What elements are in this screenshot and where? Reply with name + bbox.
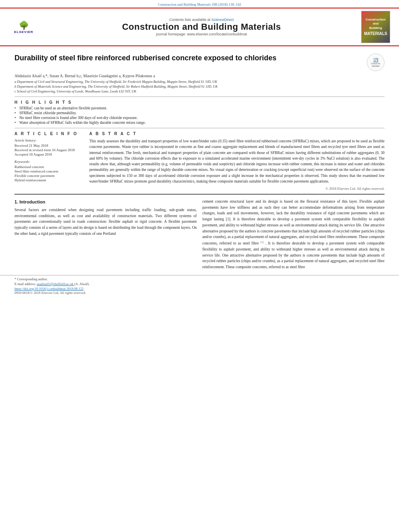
elsevier-tree-icon: 🌳: [19, 21, 29, 30]
divider-3: [14, 194, 385, 195]
doi-link[interactable]: https://doi.org/10.1016/j.conbuildmat.20…: [14, 287, 84, 291]
article-title-row: Durability of steel fibre reinforced rub…: [14, 53, 385, 71]
highlight-2: SFRRuC resist chloride permeability.: [14, 111, 385, 115]
divider-1: [14, 97, 385, 97]
journal-title: Construction and Building Materials: [42, 22, 361, 32]
article-section: Durability of steel fibre reinforced rub…: [0, 46, 399, 195]
intro-left-para: Several factors are considered when desi…: [14, 207, 197, 237]
elsevier-brand-logo: ELSEVIER: [14, 30, 33, 34]
article-history-label: Article history:: [14, 138, 83, 142]
journal-homepage: journal homepage: www.elsevier.com/locat…: [42, 32, 361, 36]
journal-center: Contents lists available at ScienceDirec…: [42, 18, 361, 36]
divider-2: [14, 128, 385, 128]
affiliation-a: a Department of Civil and Structural Eng…: [14, 80, 385, 84]
journal-logo-right: Construction and Building MATERIALS: [361, 11, 393, 43]
keywords-label: Keywords:: [14, 160, 83, 164]
article-info-title: A R T I C L E I N F O: [14, 131, 83, 136]
email-line: E-mail address: asaalsaif1@sheffield.ac.…: [14, 282, 385, 286]
body-col-right: cement concrete structural layer and its…: [202, 199, 385, 273]
body-section: 1. Introduction Several factors are cons…: [0, 199, 399, 273]
science-direct-link[interactable]: ScienceDirect: [212, 18, 234, 22]
history-item-3: Accepted 18 August 2018: [14, 152, 83, 156]
abstract-col: A B S T R A C T This study assesses the …: [89, 131, 385, 191]
history-item-1: Received 21 May 2018: [14, 144, 83, 148]
keyword-1: Rubberised concrete: [14, 165, 83, 169]
affiliation-b: b Department of Materials Science and En…: [14, 84, 385, 88]
abstract-title: A B S T R A C T: [89, 131, 385, 136]
article-title: Durability of steel fibre reinforced rub…: [14, 53, 362, 63]
intro-heading: 1. Introduction: [14, 199, 197, 205]
doi-line: https://doi.org/10.1016/j.conbuildmat.20…: [14, 287, 385, 291]
science-direct-line: Contents lists available at ScienceDirec…: [42, 18, 361, 22]
highlights-title: H I G H L I G H T S: [14, 100, 385, 105]
page: Construction and Building Materials 188 …: [0, 0, 399, 532]
keyword-3: Flexible concrete pavement: [14, 174, 83, 178]
citation-text: Construction and Building Materials 188 …: [158, 2, 241, 6]
highlight-3: No steel fibre corrosion is found after …: [14, 116, 385, 120]
top-citation-bar: Construction and Building Materials 188 …: [0, 0, 399, 8]
authors-line: Abdulaziz Alsaif a,*, Susan A. Bernal b,…: [14, 74, 385, 78]
corresponding-author-note: * Corresponding author.: [14, 277, 385, 281]
article-info-col: A R T I C L E I N F O Article history: R…: [14, 131, 83, 191]
article-info-abstract: A R T I C L E I N F O Article history: R…: [14, 131, 385, 191]
keyword-4: Hybrid reinforcement: [14, 178, 83, 182]
footnote-area: * Corresponding author. E-mail address: …: [0, 275, 399, 295]
highlight-4: Water absorption of SFRRuC falls within …: [14, 121, 385, 125]
highlights-section: H I G H L I G H T S SFRRuC can be used a…: [14, 100, 385, 125]
issn-line: 0950-0618/© 2018 Elsevier Ltd. All right…: [14, 291, 385, 295]
ref-1-link[interactable]: [1]: [260, 240, 263, 244]
keyword-2: Steel fibre reinforced concrete: [14, 169, 83, 173]
journal-header: 🌳 ELSEVIER Contents lists available at S…: [0, 8, 399, 46]
highlight-1: SFRRuC can be used as an alternative fle…: [14, 106, 385, 110]
history-item-2: Received in revised form 16 August 2018: [14, 148, 83, 152]
body-col-left: 1. Introduction Several factors are cons…: [14, 199, 197, 273]
affiliation-c: c School of Civil Engineering, Universit…: [14, 89, 385, 93]
journal-cover-image: Construction and Building MATERIALS: [361, 11, 390, 43]
email-link[interactable]: asaalsaif1@sheffield.ac.uk: [37, 282, 74, 286]
intro-right-para: cement concrete structural layer and its…: [202, 199, 385, 270]
journal-logo-left: 🌳 ELSEVIER: [6, 21, 42, 34]
abstract-text: This study assesses the durability and t…: [89, 138, 385, 184]
copyright-line: © 2018 Elsevier Ltd. All rights reserved…: [89, 187, 385, 191]
check-updates-badge: 🔄 Check for updates: [367, 53, 385, 71]
